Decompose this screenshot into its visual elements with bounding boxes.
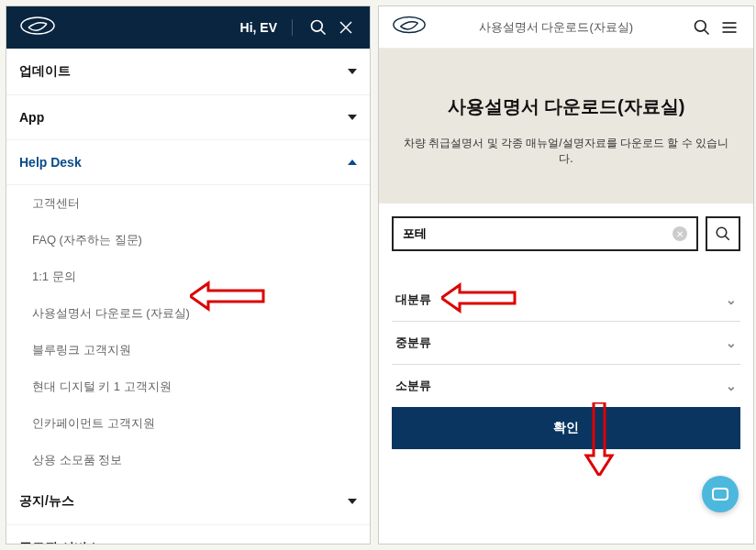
hero-title: 사용설명서 다운로드(자료실) bbox=[397, 94, 735, 119]
sub-item-incar-payment[interactable]: 인카페이먼트 고객지원 bbox=[6, 405, 370, 442]
sub-item-inquiry[interactable]: 1:1 문의 bbox=[6, 258, 370, 295]
menu-icon[interactable] bbox=[718, 16, 740, 38]
sub-item-manual-download[interactable]: 사용설명서 다운로드 (자료실) bbox=[6, 295, 370, 332]
page-title: 사용설명서 다운로드(자료실) bbox=[427, 19, 685, 36]
svg-point-6 bbox=[394, 16, 425, 32]
filter-block: 대분류⌄ 중분류⌄ 소분류⌄ 확인 bbox=[379, 279, 753, 449]
menu-helpdesk[interactable]: Help Desk bbox=[6, 140, 370, 185]
svg-point-1 bbox=[312, 21, 323, 32]
confirm-button[interactable]: 확인 bbox=[392, 407, 740, 449]
menu-ended-services[interactable]: 종료된 서비스 bbox=[6, 525, 370, 544]
search-bar: ✕ bbox=[379, 204, 753, 264]
svg-point-0 bbox=[21, 17, 54, 34]
search-icon[interactable] bbox=[307, 16, 329, 38]
dropdown-cat2[interactable]: 중분류⌄ bbox=[392, 321, 740, 364]
hyundai-logo bbox=[19, 16, 56, 39]
svg-line-8 bbox=[705, 29, 709, 34]
search-button[interactable] bbox=[706, 216, 740, 251]
header: 사용설명서 다운로드(자료실) bbox=[379, 6, 753, 49]
right-pane: 사용설명서 다운로드(자료실) 사용설명서 다운로드(자료실) 차량 취급설명서… bbox=[378, 6, 754, 544]
chevron-down-icon bbox=[348, 115, 357, 120]
svg-point-7 bbox=[695, 20, 706, 31]
search-icon[interactable] bbox=[691, 16, 713, 38]
svg-point-12 bbox=[717, 227, 727, 237]
menu-notice[interactable]: 공지/뉴스 bbox=[6, 478, 370, 525]
sub-item-consumables[interactable]: 상용 소모품 정보 bbox=[6, 442, 370, 478]
divider bbox=[292, 19, 293, 36]
menu-app[interactable]: App bbox=[6, 95, 370, 140]
chevron-down-icon: ⌄ bbox=[726, 292, 737, 307]
svg-line-2 bbox=[321, 30, 326, 35]
clear-icon[interactable]: ✕ bbox=[673, 226, 687, 241]
sub-item-faq[interactable]: FAQ (자주하는 질문) bbox=[6, 222, 370, 258]
chevron-down-icon bbox=[348, 69, 357, 74]
dropdown-cat1[interactable]: 대분류⌄ bbox=[392, 279, 740, 321]
search-input[interactable] bbox=[403, 227, 673, 241]
chevron-down-icon: ⌄ bbox=[726, 336, 737, 350]
sub-item-bluelink[interactable]: 블루링크 고객지원 bbox=[6, 332, 370, 368]
close-icon[interactable] bbox=[335, 16, 357, 38]
chat-fab[interactable] bbox=[702, 476, 739, 512]
dropdown-cat3[interactable]: 소분류⌄ bbox=[392, 364, 740, 407]
hero-subtitle: 차량 취급설명서 및 각종 매뉴얼/설명자료를 다운로드 할 수 있습니다. bbox=[397, 136, 735, 167]
menu-update[interactable]: 업데이트 bbox=[6, 49, 370, 95]
chevron-up-icon bbox=[348, 160, 357, 165]
left-pane: Hi, EV 업데이트 App Help Desk 고객센터 FAQ (자주하는… bbox=[6, 6, 371, 544]
svg-line-13 bbox=[725, 236, 729, 240]
chat-icon bbox=[712, 488, 728, 500]
chevron-down-icon: ⌄ bbox=[726, 379, 737, 393]
header: Hi, EV bbox=[6, 6, 370, 49]
sub-item-digital-key[interactable]: 현대 디지털 키 1 고객지원 bbox=[6, 368, 370, 405]
search-input-wrap: ✕ bbox=[392, 216, 698, 251]
hi-ev-link[interactable]: Hi, EV bbox=[240, 20, 277, 35]
chevron-down-icon bbox=[348, 499, 357, 504]
hyundai-logo bbox=[392, 16, 427, 38]
sub-item-customer-center[interactable]: 고객센터 bbox=[6, 185, 370, 222]
hero-section: 사용설명서 다운로드(자료실) 차량 취급설명서 및 각종 매뉴얼/설명자료를 … bbox=[379, 49, 753, 204]
